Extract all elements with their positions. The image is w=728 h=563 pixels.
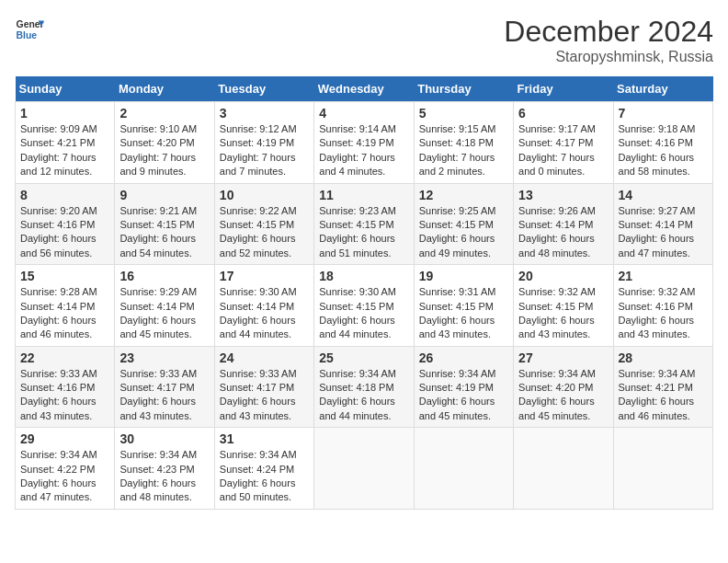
calendar-week-2: 8 Sunrise: 9:20 AM Sunset: 4:16 PM Dayli… (16, 183, 713, 265)
day-number: 24 (220, 350, 309, 365)
day-info: Sunrise: 9:10 AM Sunset: 4:20 PM Dayligh… (119, 122, 209, 179)
day-info: Sunrise: 9:34 AM Sunset: 4:21 PM Dayligh… (619, 367, 708, 424)
day-info: Sunrise: 9:12 AM Sunset: 4:19 PM Dayligh… (220, 122, 309, 179)
day-cell-16: 16 Sunrise: 9:29 AM Sunset: 4:14 PM Dayl… (115, 265, 214, 347)
day-number: 1 (20, 106, 109, 121)
day-info: Sunrise: 9:33 AM Sunset: 4:17 PM Dayligh… (119, 367, 209, 424)
day-info: Sunrise: 9:15 AM Sunset: 4:18 PM Dayligh… (419, 122, 508, 179)
day-cell-21: 21 Sunrise: 9:32 AM Sunset: 4:16 PM Dayl… (613, 265, 712, 347)
day-cell-2: 2 Sunrise: 9:10 AM Sunset: 4:20 PM Dayli… (115, 102, 214, 184)
day-number: 7 (619, 106, 708, 121)
day-number: 31 (220, 431, 309, 446)
day-number: 13 (518, 188, 608, 202)
day-cell-20: 20 Sunrise: 9:32 AM Sunset: 4:15 PM Dayl… (514, 265, 613, 347)
calendar-week-5: 29 Sunrise: 9:34 AM Sunset: 4:22 PM Dayl… (16, 428, 713, 510)
day-cell-5: 5 Sunrise: 9:15 AM Sunset: 4:18 PM Dayli… (414, 102, 513, 184)
day-number: 12 (419, 188, 508, 202)
day-info: Sunrise: 9:34 AM Sunset: 4:23 PM Dayligh… (119, 448, 209, 505)
empty-cell (314, 428, 414, 510)
day-info: Sunrise: 9:27 AM Sunset: 4:14 PM Dayligh… (619, 204, 708, 261)
day-info: Sunrise: 9:32 AM Sunset: 4:15 PM Dayligh… (518, 285, 608, 342)
day-cell-9: 9 Sunrise: 9:21 AM Sunset: 4:15 PM Dayli… (115, 183, 214, 265)
empty-cell (514, 428, 613, 510)
day-number: 28 (619, 350, 708, 365)
calendar-week-4: 22 Sunrise: 9:33 AM Sunset: 4:16 PM Dayl… (16, 346, 713, 428)
day-number: 4 (319, 106, 408, 121)
day-info: Sunrise: 9:30 AM Sunset: 4:15 PM Dayligh… (319, 285, 408, 342)
day-info: Sunrise: 9:09 AM Sunset: 4:21 PM Dayligh… (20, 122, 109, 179)
calendar-week-3: 15 Sunrise: 9:28 AM Sunset: 4:14 PM Dayl… (16, 265, 713, 347)
day-cell-27: 27 Sunrise: 9:34 AM Sunset: 4:20 PM Dayl… (514, 346, 613, 428)
day-cell-19: 19 Sunrise: 9:31 AM Sunset: 4:15 PM Dayl… (414, 265, 513, 347)
day-number: 20 (518, 269, 608, 283)
empty-cell (613, 428, 712, 510)
day-number: 18 (319, 269, 408, 283)
day-header-wednesday: Wednesday (314, 76, 414, 102)
month-title: December 2024 (504, 15, 713, 49)
calendar-header-row: SundayMondayTuesdayWednesdayThursdayFrid… (16, 76, 713, 102)
title-area: December 2024 Staropyshminsk, Russia (504, 15, 713, 65)
day-number: 27 (518, 350, 608, 365)
day-cell-25: 25 Sunrise: 9:34 AM Sunset: 4:18 PM Dayl… (314, 346, 414, 428)
day-header-saturday: Saturday (613, 76, 712, 102)
day-number: 19 (419, 269, 508, 283)
day-number: 15 (20, 269, 109, 283)
logo: General Blue (15, 15, 44, 44)
day-cell-31: 31 Sunrise: 9:34 AM Sunset: 4:24 PM Dayl… (214, 428, 313, 510)
day-cell-12: 12 Sunrise: 9:25 AM Sunset: 4:15 PM Dayl… (414, 183, 513, 265)
day-info: Sunrise: 9:26 AM Sunset: 4:14 PM Dayligh… (518, 204, 608, 261)
day-cell-7: 7 Sunrise: 9:18 AM Sunset: 4:16 PM Dayli… (613, 102, 712, 184)
day-number: 17 (220, 269, 309, 283)
day-cell-17: 17 Sunrise: 9:30 AM Sunset: 4:14 PM Dayl… (214, 265, 313, 347)
day-number: 11 (319, 188, 408, 202)
day-cell-11: 11 Sunrise: 9:23 AM Sunset: 4:15 PM Dayl… (314, 183, 414, 265)
svg-text:Blue: Blue (17, 30, 38, 40)
day-number: 30 (119, 431, 209, 446)
day-info: Sunrise: 9:25 AM Sunset: 4:15 PM Dayligh… (419, 204, 508, 261)
day-cell-28: 28 Sunrise: 9:34 AM Sunset: 4:21 PM Dayl… (613, 346, 712, 428)
day-info: Sunrise: 9:34 AM Sunset: 4:24 PM Dayligh… (220, 448, 309, 505)
day-cell-1: 1 Sunrise: 9:09 AM Sunset: 4:21 PM Dayli… (16, 102, 115, 184)
day-header-sunday: Sunday (16, 76, 115, 102)
day-cell-18: 18 Sunrise: 9:30 AM Sunset: 4:15 PM Dayl… (314, 265, 414, 347)
page-header: General Blue December 2024 Staropyshmins… (15, 15, 713, 65)
day-number: 8 (20, 188, 109, 202)
day-info: Sunrise: 9:23 AM Sunset: 4:15 PM Dayligh… (319, 204, 408, 261)
day-number: 9 (119, 188, 209, 202)
day-number: 3 (220, 106, 309, 121)
day-number: 29 (20, 431, 109, 446)
day-header-monday: Monday (115, 76, 214, 102)
day-cell-14: 14 Sunrise: 9:27 AM Sunset: 4:14 PM Dayl… (613, 183, 712, 265)
day-info: Sunrise: 9:17 AM Sunset: 4:17 PM Dayligh… (518, 122, 608, 179)
day-number: 26 (419, 350, 508, 365)
day-info: Sunrise: 9:34 AM Sunset: 4:19 PM Dayligh… (419, 367, 508, 424)
day-cell-6: 6 Sunrise: 9:17 AM Sunset: 4:17 PM Dayli… (514, 102, 613, 184)
day-info: Sunrise: 9:32 AM Sunset: 4:16 PM Dayligh… (619, 285, 708, 342)
day-header-friday: Friday (514, 76, 613, 102)
day-info: Sunrise: 9:14 AM Sunset: 4:19 PM Dayligh… (319, 122, 408, 179)
day-cell-10: 10 Sunrise: 9:22 AM Sunset: 4:15 PM Dayl… (214, 183, 313, 265)
day-number: 21 (619, 269, 708, 283)
day-number: 10 (220, 188, 309, 202)
day-info: Sunrise: 9:22 AM Sunset: 4:15 PM Dayligh… (220, 204, 309, 261)
day-info: Sunrise: 9:34 AM Sunset: 4:18 PM Dayligh… (319, 367, 408, 424)
day-cell-22: 22 Sunrise: 9:33 AM Sunset: 4:16 PM Dayl… (16, 346, 115, 428)
day-number: 16 (119, 269, 209, 283)
day-cell-30: 30 Sunrise: 9:34 AM Sunset: 4:23 PM Dayl… (115, 428, 214, 510)
day-cell-15: 15 Sunrise: 9:28 AM Sunset: 4:14 PM Dayl… (16, 265, 115, 347)
day-info: Sunrise: 9:34 AM Sunset: 4:22 PM Dayligh… (20, 448, 109, 505)
day-number: 2 (119, 106, 209, 121)
day-number: 14 (619, 188, 708, 202)
day-info: Sunrise: 9:31 AM Sunset: 4:15 PM Dayligh… (419, 285, 508, 342)
day-cell-13: 13 Sunrise: 9:26 AM Sunset: 4:14 PM Dayl… (514, 183, 613, 265)
day-header-thursday: Thursday (414, 76, 513, 102)
day-info: Sunrise: 9:29 AM Sunset: 4:14 PM Dayligh… (119, 285, 209, 342)
day-cell-24: 24 Sunrise: 9:33 AM Sunset: 4:17 PM Dayl… (214, 346, 313, 428)
day-info: Sunrise: 9:21 AM Sunset: 4:15 PM Dayligh… (119, 204, 209, 261)
empty-cell (414, 428, 513, 510)
day-info: Sunrise: 9:28 AM Sunset: 4:14 PM Dayligh… (20, 285, 109, 342)
calendar-table: SundayMondayTuesdayWednesdayThursdayFrid… (15, 76, 713, 510)
day-info: Sunrise: 9:33 AM Sunset: 4:17 PM Dayligh… (220, 367, 309, 424)
day-cell-8: 8 Sunrise: 9:20 AM Sunset: 4:16 PM Dayli… (16, 183, 115, 265)
day-cell-23: 23 Sunrise: 9:33 AM Sunset: 4:17 PM Dayl… (115, 346, 214, 428)
